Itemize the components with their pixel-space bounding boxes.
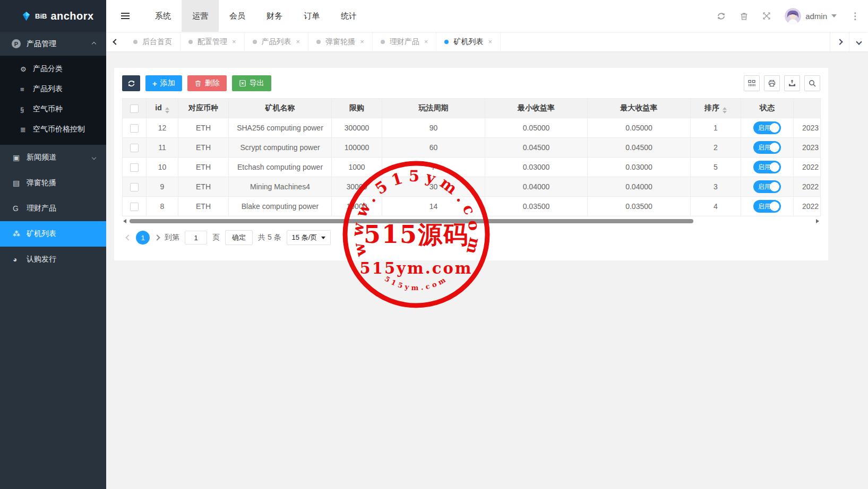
- per-page-value: 15 条/页: [292, 233, 317, 242]
- per-page-select[interactable]: 15 条/页: [287, 230, 331, 245]
- export-label: 导出: [250, 78, 264, 88]
- nav-item-system[interactable]: 系统: [144, 0, 182, 32]
- tab-label: 矿机列表: [453, 37, 483, 47]
- close-icon[interactable]: ×: [296, 38, 300, 46]
- close-icon[interactable]: ×: [232, 38, 236, 46]
- sidebar-item-miner-list[interactable]: ⁂ 矿机列表: [0, 221, 106, 247]
- sidebar-item-label: 产品分类: [33, 64, 63, 74]
- tab-label: 理财产品: [390, 37, 419, 47]
- next-page-icon[interactable]: [154, 234, 160, 240]
- scrollbar-thumb[interactable]: [130, 219, 693, 223]
- row-checkbox[interactable]: [130, 203, 139, 211]
- cell-cycle: 90: [382, 118, 485, 138]
- cell-coin: ETH: [178, 158, 229, 177]
- refresh-button[interactable]: [122, 75, 140, 91]
- row-checkbox[interactable]: [130, 183, 139, 191]
- close-icon[interactable]: ×: [360, 38, 364, 46]
- sidebar-group-product-mgmt[interactable]: P 产品管理: [0, 32, 106, 56]
- tabs-menu[interactable]: [849, 32, 868, 51]
- nav-item-orders[interactable]: 订单: [293, 0, 330, 32]
- page-number[interactable]: 1: [136, 231, 150, 244]
- tab-product-list[interactable]: 产品列表 ×: [245, 32, 309, 51]
- row-checkbox[interactable]: [130, 163, 139, 172]
- more-menu-icon[interactable]: ⋮: [850, 11, 860, 22]
- trash-icon[interactable]: [740, 12, 749, 21]
- brand-diamond-icon: [21, 11, 31, 21]
- cell-id: 11: [147, 138, 178, 158]
- prev-page-icon[interactable]: [125, 234, 131, 240]
- cell-sort: 2: [691, 138, 741, 158]
- sidebar-item-air-coin[interactable]: § 空气币种: [0, 99, 106, 119]
- sidebar-item-label: 弹窗轮播: [27, 178, 56, 188]
- close-icon[interactable]: ×: [488, 38, 492, 46]
- tabs-scroll-right[interactable]: [830, 32, 849, 51]
- news-icon: ▣: [13, 153, 27, 162]
- status-toggle[interactable]: 启用: [753, 200, 781, 213]
- col-sort[interactable]: 排序: [691, 99, 741, 118]
- print-button[interactable]: [764, 75, 780, 91]
- cell-name: SHA256 computing power: [229, 118, 332, 138]
- tab-miner-list[interactable]: 矿机列表 ×: [436, 32, 501, 51]
- refresh-icon[interactable]: [717, 12, 726, 21]
- toggle-knob: [770, 162, 779, 172]
- add-button[interactable]: + 添加: [145, 75, 182, 91]
- confirm-button[interactable]: 确定: [225, 230, 253, 245]
- scroll-right-arrow[interactable]: [816, 219, 819, 223]
- sidebar-item-news-channel[interactable]: ▣ 新闻频道: [0, 145, 106, 170]
- user-menu[interactable]: admin: [785, 8, 837, 24]
- nav-item-stats[interactable]: 统计: [330, 0, 367, 32]
- export-data-button[interactable]: [784, 75, 800, 91]
- col-id[interactable]: id: [147, 99, 178, 118]
- nav-item-member[interactable]: 会员: [219, 0, 256, 32]
- cell-max-rate: 0.04500: [588, 138, 691, 158]
- row-checkbox[interactable]: [130, 144, 139, 152]
- menu-toggle-icon[interactable]: [106, 0, 144, 32]
- header-actions: admin ⋮: [717, 0, 868, 32]
- status-toggle[interactable]: 启用: [753, 180, 781, 193]
- table-row: 9 ETH Mining Machines4 30000 30 0.04000 …: [123, 177, 821, 197]
- toggle-label: 启用: [758, 182, 771, 191]
- chevron-down-icon: [92, 155, 96, 160]
- nav-item-finance[interactable]: 财务: [256, 0, 293, 32]
- select-all-checkbox[interactable]: [130, 104, 139, 113]
- sidebar-item-subscription-issue[interactable]: ◕ 认购发行: [0, 247, 106, 272]
- status-toggle[interactable]: 启用: [753, 161, 781, 173]
- tab-finance-product[interactable]: 理财产品 ×: [373, 32, 437, 51]
- cell-limit: 1000: [332, 158, 382, 177]
- sidebar-item-label: 理财产品: [27, 204, 56, 213]
- sort-icon[interactable]: [723, 107, 727, 113]
- export-button[interactable]: 导出: [232, 75, 271, 91]
- sidebar-item-finance-product[interactable]: G 理财产品: [0, 196, 106, 221]
- status-toggle[interactable]: 启用: [753, 121, 781, 134]
- sidebar-item-product-list[interactable]: ≡ 产品列表: [0, 79, 106, 99]
- fullscreen-icon[interactable]: [762, 12, 771, 20]
- sidebar-item-air-coin-price[interactable]: ≣ 空气币价格控制: [0, 119, 106, 139]
- search-button[interactable]: [804, 75, 820, 91]
- tab-config[interactable]: 配置管理 ×: [181, 32, 245, 51]
- sort-icon[interactable]: [165, 107, 169, 113]
- status-toggle[interactable]: 启用: [753, 141, 781, 154]
- sidebar-item-product-category[interactable]: ⚙ 产品分类: [0, 59, 106, 79]
- page-input[interactable]: [185, 231, 207, 244]
- columns-button[interactable]: [744, 75, 760, 91]
- tab-popup-carousel[interactable]: 弹窗轮播 ×: [308, 32, 373, 51]
- tabs-scroll-left[interactable]: [106, 32, 125, 51]
- cell-coin: ETH: [178, 197, 229, 216]
- cell-sort: 3: [691, 177, 741, 197]
- scroll-left-arrow[interactable]: [123, 219, 126, 223]
- row-checkbox[interactable]: [130, 124, 139, 133]
- tab-home[interactable]: 后台首页: [125, 32, 181, 51]
- close-icon[interactable]: ×: [424, 38, 428, 46]
- top-header: BiB anchorx 系统 运营 会员 财务 订单 统计: [0, 0, 868, 32]
- table-header-row: id 对应币种 矿机名称 限购 玩法周期 最小收益率 最大收益率 排序 状态: [123, 99, 821, 118]
- cell-id: 9: [147, 177, 178, 197]
- columns-icon: [747, 79, 756, 88]
- pie-icon: ◕: [13, 255, 27, 264]
- tab-label: 后台首页: [142, 37, 172, 47]
- nav-item-operation[interactable]: 运营: [182, 0, 219, 32]
- sidebar-item-popup-carousel[interactable]: ▤ 弹窗轮播: [0, 170, 106, 196]
- cell-max-rate: 0.03000: [588, 158, 691, 177]
- delete-button[interactable]: 删除: [187, 75, 227, 91]
- toggle-label: 启用: [758, 124, 771, 133]
- card-icon: ▤: [13, 179, 27, 187]
